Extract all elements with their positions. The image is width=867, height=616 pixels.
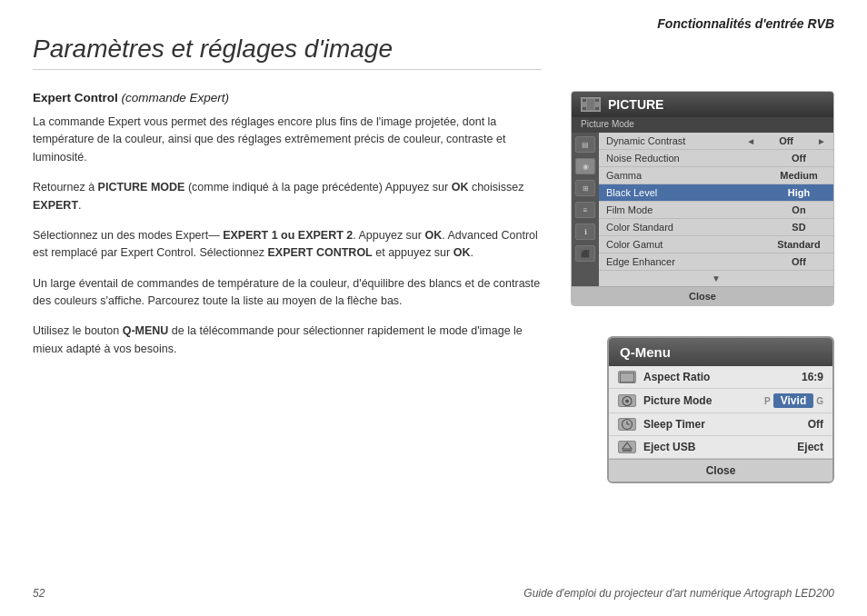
qmenu-value-picture: P Vivid G [764,393,823,408]
para3-end: et appuyez sur [373,246,453,259]
sidebar-icon-1: ▤ [575,136,595,153]
section-heading: Expert Control (commande Expert) [33,91,542,104]
para2-bold1: PICTURE MODE [98,181,185,194]
aspect-ratio-icon [618,371,636,383]
section-heading-bold: Expert Control [33,91,118,104]
qmenu-label-picture: Picture Mode [643,394,757,407]
para3-final: . [470,246,473,259]
guide-text: Guide d'emploi du projecteur d'art numér… [523,587,834,600]
qmenu-row-sleep: Sleep Timer Off [609,413,832,436]
sidebar-icon-6: ⬛ [575,245,595,262]
row-label-film-mode: Film Mode [606,204,772,215]
row-value-color-gamut: Standard [772,239,826,250]
row-value-color-standard: SD [772,222,826,233]
qmenu-label-aspect: Aspect Ratio [643,371,794,383]
svg-rect-6 [620,373,634,383]
svg-point-8 [625,399,629,402]
row-nav-dynamic-contrast: ◄ Off ► [746,135,826,146]
sidebar-icon-4: ≡ [575,202,595,218]
para3-prefix: Sélectionnez un des modes Expert— [33,229,223,242]
row-label-color-standard: Color Standard [606,222,772,233]
picture-close-button[interactable]: Close [572,286,833,305]
table-row: Film Mode On [599,202,833,219]
table-row: Color Standard SD [599,219,833,236]
table-row: Gamma Medium [599,167,833,184]
svg-rect-4 [595,107,599,110]
eject-usb-icon [618,441,636,453]
row-value-edge: Off [772,256,826,267]
table-row: Edge Enhancer Off [599,253,833,271]
table-row: Dynamic Contrast ◄ Off ► [599,133,833,150]
svg-marker-12 [623,442,632,449]
picture-panel-title: PICTURE [608,97,663,112]
row-label-gamma: Gamma [606,170,772,181]
para5-bold: Q-MENU [123,324,169,337]
picture-table: Dynamic Contrast ◄ Off ► Noise Reduction… [599,133,833,286]
para3-middle: . Appuyez sur [353,229,424,242]
content-area: Expert Control (commande Expert) La comm… [33,91,542,371]
qmenu-label-usb: Eject USB [643,441,790,453]
para3-bold4: OK [453,246,471,259]
paragraph-1: La commande Expert vous permet des régla… [33,114,542,166]
row-label-black-level: Black Level [606,187,772,198]
para3-bold3: EXPERT CONTROL [267,246,372,259]
down-arrow-icon: ▼ [599,271,833,286]
qmenu-value-sleep: Off [808,418,823,431]
table-row: Color Gamut Standard [599,236,833,253]
footer: 52 Guide d'emploi du projecteur d'art nu… [0,587,867,600]
para5-prefix: Utilisez le bouton [33,324,123,337]
para3-bold2: OK [424,229,442,242]
row-label-dynamic-contrast: Dynamic Contrast [606,135,746,146]
svg-rect-1 [583,99,586,102]
svg-rect-3 [583,107,586,110]
qmenu-value-usb: Eject [797,441,823,453]
para2-suffix: choisissez [468,181,523,194]
qmenu-close-button[interactable]: Close [609,459,832,482]
para2-prefix: Retournez à [33,181,98,194]
film-icon [581,97,601,112]
qmenu-row-usb: Eject USB Eject [609,436,832,459]
header-title: Fonctionnalités d'entrée RVB [657,16,834,31]
para3-bold1: EXPERT 1 ou EXPERT 2 [223,229,353,242]
picture-panel-header: PICTURE [572,92,833,117]
row-value-black-level: High [772,187,826,198]
sidebar-icon-2: ◉ [575,158,595,174]
paragraph-2: Retournez à PICTURE MODE (comme indiqué … [33,179,542,214]
para2-end: . [78,199,81,212]
picture-mode-g: G [816,396,823,406]
sidebar-icon-3: ⊞ [575,180,595,196]
row-value-gamma: Medium [772,170,826,181]
para2-middle: (comme indiqué à la page précédente) App… [184,181,451,194]
sidebar-icon-5: ℹ [575,224,595,240]
svg-rect-2 [595,99,599,102]
page-title: Paramètres et réglages d'image [33,35,542,70]
row-label-edge: Edge Enhancer [606,256,772,267]
row-value-noise: Off [772,153,826,164]
row-value-film-mode: On [772,204,826,215]
paragraph-5: Utilisez le bouton Q-MENU de la télécomm… [33,323,542,358]
qmenu-label-sleep: Sleep Timer [643,418,801,431]
section-heading-italic: (commande Expert) [122,91,230,104]
right-arrow-icon[interactable]: ► [817,136,826,146]
page-number: 52 [33,587,45,600]
picture-mode-vivid: Vivid [773,393,813,408]
table-row: Noise Reduction Off [599,150,833,167]
table-row: Black Level High [599,184,833,202]
paragraph-4: Un large éventail de commandes de tempér… [33,275,542,311]
qmenu-row-aspect: Aspect Ratio 16:9 [609,366,832,389]
qmenu-value-aspect: 16:9 [802,371,823,383]
picture-panel: PICTURE Picture Mode ▤ ◉ ⊞ ≡ ℹ ⬛ Dynamic… [571,91,834,306]
qmenu-row-picture: Picture Mode P Vivid G [609,389,832,413]
qmenu-header: Q-Menu [609,338,832,366]
left-arrow-icon[interactable]: ◄ [746,136,755,146]
para2-bold3: EXPERT [33,199,78,212]
row-value-dynamic-contrast: Off [759,135,813,146]
paragraph-3: Sélectionnez un des modes Expert— EXPERT… [33,227,542,263]
sleep-timer-icon [618,418,636,431]
qmenu-panel: Q-Menu Aspect Ratio 16:9 Picture Mode P … [607,336,834,483]
svg-rect-5 [587,99,594,110]
row-label-color-gamut: Color Gamut [606,239,772,250]
picture-mode-p: P [764,396,771,406]
picture-body: ▤ ◉ ⊞ ≡ ℹ ⬛ Dynamic Contrast ◄ Off ► Noi… [572,133,833,286]
picture-mode-icon [618,394,636,407]
